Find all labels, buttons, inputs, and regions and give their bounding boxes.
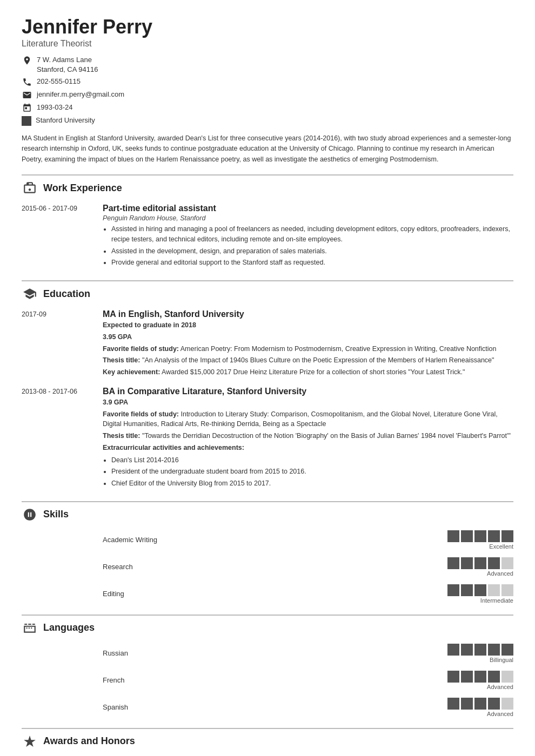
edu-title-0: MA in English, Stanford University	[103, 309, 513, 319]
lang-bar-area-2: Advanced	[189, 698, 513, 717]
edu-title-1: BA in Comparative Litarature, Stanford U…	[103, 387, 513, 396]
education-header: Education	[22, 280, 513, 302]
work-experience-section: Work Experience 2015-06 - 2017-09 Part-t…	[22, 174, 513, 269]
address-row: 7 W. Adams Lane Stanford, CA 94116	[22, 55, 513, 75]
skill-name-1: Research	[103, 563, 189, 571]
bar-filled	[474, 530, 486, 542]
location-icon	[22, 55, 32, 66]
awards-header: Awards and Honors	[22, 728, 513, 750]
bar-empty	[501, 671, 513, 683]
work-title-0: Part-time editorial assistant	[103, 204, 513, 213]
skills-title: Skills	[43, 509, 69, 520]
edu-line-0-0: Expected to graduate in 2018	[103, 320, 513, 330]
bar-filled	[488, 530, 500, 542]
list-item: Chief Editor of the University Blog from…	[111, 478, 513, 489]
bar-filled	[447, 644, 459, 656]
edu-entry-1: 2013-08 - 2017-06 BA in Comparative Lita…	[22, 387, 513, 490]
graduation-icon	[22, 286, 38, 302]
skill-row-1: Research Advanced	[22, 557, 513, 577]
email-icon	[22, 90, 32, 100]
lang-bar-area-1: Advanced	[189, 671, 513, 690]
bar-empty	[488, 584, 500, 596]
work-content-0: Part-time editorial assistant Penguin Ra…	[103, 204, 513, 269]
skill-row-0: Academic Writing Excellent	[22, 530, 513, 550]
skill-name-2: Editing	[103, 590, 189, 598]
skill-bars-1	[447, 557, 513, 569]
languages-title: Languages	[43, 622, 95, 633]
bar-filled	[447, 671, 459, 683]
skills-section: Skills Academic Writing Excellent Resear…	[22, 501, 513, 604]
skill-bars-0	[447, 530, 513, 542]
skill-level-1: Advanced	[487, 570, 513, 577]
lang-name-0: Russian	[103, 649, 189, 657]
skill-level-2: Intermediate	[480, 597, 513, 604]
bar-filled	[488, 671, 500, 683]
list-item: Assisted in hiring and managing a pool o…	[111, 224, 513, 245]
bar-filled	[474, 671, 486, 683]
skill-level-0: Excellent	[489, 543, 513, 550]
lang-level-1: Advanced	[487, 684, 513, 690]
edu-bullets-1: Dean's List 2014-2016 President of the u…	[111, 455, 513, 489]
bar-empty	[501, 698, 513, 710]
bar-filled	[501, 644, 513, 656]
languages-icon	[22, 620, 38, 636]
education-section: Education 2017-09 MA in English, Stanfor…	[22, 280, 513, 490]
skill-bar-area-2: Intermediate	[189, 584, 513, 604]
bar-filled	[501, 530, 513, 542]
languages-header: Languages	[22, 615, 513, 636]
edu-line-0-2: Favorite fields of study: American Poetr…	[103, 344, 513, 354]
list-item: Assisted in the development, design, and…	[111, 246, 513, 256]
bar-filled	[447, 698, 459, 710]
edu-line-0-3: Thesis title: "An Analysis of the Impact…	[103, 355, 513, 366]
bar-filled	[461, 671, 473, 683]
bar-filled	[447, 530, 459, 542]
bar-empty	[501, 557, 513, 569]
work-experience-title: Work Experience	[43, 183, 122, 194]
lang-row-1: French Advanced	[22, 671, 513, 690]
work-entry-0: 2015-06 - 2017-09 Part-time editorial as…	[22, 204, 513, 269]
edu-entry-0: 2017-09 MA in English, Stanford Universi…	[22, 309, 513, 379]
list-item: President of the undergraduate student b…	[111, 467, 513, 477]
briefcase-icon	[22, 180, 38, 196]
edu-date-0: 2017-09	[22, 309, 92, 379]
bar-filled	[488, 557, 500, 569]
bar-filled	[447, 557, 459, 569]
phone-icon	[22, 77, 32, 87]
languages-section: Languages Russian Billingual French	[22, 615, 513, 717]
bar-filled	[488, 698, 500, 710]
email-text: jennifer.m.perry@gmail.com	[37, 90, 124, 99]
work-experience-header: Work Experience	[22, 174, 513, 196]
edu-line-1-2: Thesis title: "Towards the Derridian Dec…	[103, 431, 513, 441]
edu-content-1: BA in Comparative Litarature, Stanford U…	[103, 387, 513, 490]
lang-row-2: Spanish Advanced	[22, 698, 513, 717]
lang-level-0: Billingual	[490, 657, 513, 663]
skill-bar-area-0: Excellent	[189, 530, 513, 550]
bar-filled	[461, 557, 473, 569]
skill-name-0: Academic Writing	[103, 536, 189, 544]
work-bullets-0: Assisted in hiring and managing a pool o…	[111, 224, 513, 268]
bar-filled	[474, 644, 486, 656]
bar-filled	[447, 584, 459, 596]
university-icon	[22, 116, 31, 126]
edu-content-0: MA in English, Stanford University Expec…	[103, 309, 513, 379]
lang-name-1: French	[103, 676, 189, 684]
summary-text: MA Student in English at Stanford Univer…	[22, 133, 513, 165]
lang-bars-2	[447, 698, 513, 710]
edu-line-1-1: Favorite fields of study: Introduction t…	[103, 409, 513, 430]
lang-level-2: Advanced	[487, 711, 513, 717]
bar-filled	[461, 530, 473, 542]
edu-line-0-1: 3.95 GPA	[103, 332, 513, 342]
edu-date-1: 2013-08 - 2017-06	[22, 387, 92, 490]
edu-line-1-0: 3.9 GPA	[103, 397, 513, 408]
lang-bar-area-0: Billingual	[189, 644, 513, 663]
skill-bars-2	[447, 584, 513, 596]
bar-filled	[474, 557, 486, 569]
bar-filled	[461, 698, 473, 710]
list-item: Provide general and editorial support to…	[111, 258, 513, 268]
lang-name-2: Spanish	[103, 703, 189, 711]
address-text: 7 W. Adams Lane Stanford, CA 94116	[37, 55, 98, 75]
bar-filled	[461, 584, 473, 596]
phone-text: 202-555-0115	[37, 77, 81, 86]
skills-icon	[22, 507, 38, 523]
bar-empty	[501, 584, 513, 596]
